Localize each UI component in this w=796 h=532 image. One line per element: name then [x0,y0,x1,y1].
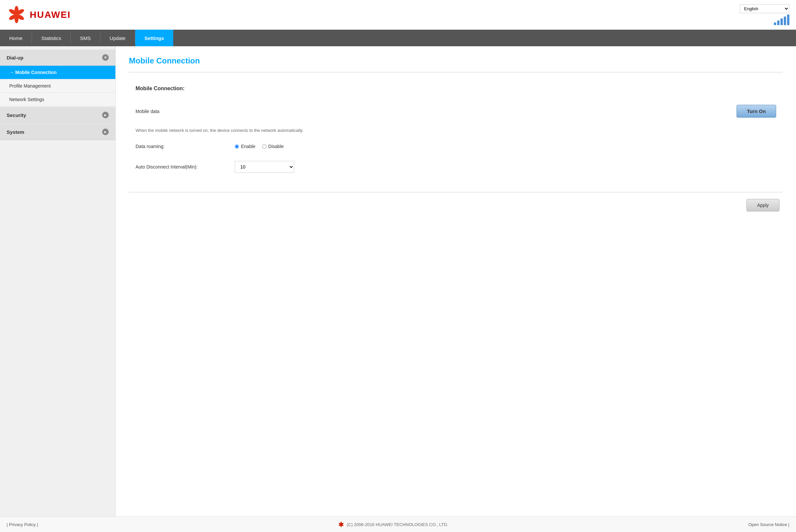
logo-area: HUAWEI [6,6,71,24]
header-right: English 中文 Français Deutsch Español [740,4,790,25]
apply-button[interactable]: Apply [746,199,779,211]
main-form-area: Mobile Connection: Mobile data Turn On W… [129,82,783,185]
sidebar-section-label-dialup: Dial-up [6,55,23,60]
description-text: When the mobile network is turned on, th… [135,126,776,134]
turn-on-button[interactable]: Turn On [737,105,776,118]
sidebar-section-label-system: System [6,129,24,135]
sidebar-item-profile-management[interactable]: Profile Management [0,79,115,93]
sidebar-section-dialup: Dial-up ▼ Mobile Connection Profile Mana… [0,50,115,107]
mobile-data-label: Mobile data [135,109,159,114]
chevron-down-icon: ▼ [102,54,109,61]
nav-item-statistics[interactable]: Statistics [32,30,70,46]
signal-bar-5 [787,15,790,25]
main-nav: Home Statistics SMS Update Settings [0,30,796,46]
nav-item-settings[interactable]: Settings [135,30,173,46]
signal-bar-2 [777,20,779,25]
auto-disconnect-label: Auto Disconnect Interval(Min): [135,164,235,170]
main-layout: Dial-up ▼ Mobile Connection Profile Mana… [0,46,796,516]
sidebar: Dial-up ▼ Mobile Connection Profile Mana… [0,46,116,516]
signal-bar-1 [774,22,776,25]
section-title: Mobile Connection: [135,86,184,92]
sidebar-section-header-system[interactable]: System ► [0,124,115,140]
disable-label: Disable [269,144,284,149]
mobile-connection-header-row: Mobile Connection: [135,86,776,98]
apply-row: Apply [129,199,783,211]
logo-text: HUAWEI [30,10,71,20]
language-select[interactable]: English 中文 Français Deutsch Español [740,4,790,13]
nav-item-update[interactable]: Update [100,30,135,46]
page-title: Mobile Connection [129,56,783,65]
content-divider-top [129,72,783,72]
nav-item-sms[interactable]: SMS [71,30,100,46]
privacy-policy-link[interactable]: | Privacy Policy | [6,522,38,527]
open-source-link[interactable]: Open Source Notice | [748,522,790,527]
chevron-right-icon: ► [102,112,109,118]
sidebar-section-header-dialup[interactable]: Dial-up ▼ [0,50,115,66]
huawei-footer-icon [338,521,344,527]
bottom-divider [129,192,783,192]
copyright-text: (C) 2006-2016 HUAWEI TECHNOLOGIES CO., L… [347,522,448,527]
sidebar-section-label-security: Security [6,112,26,118]
svg-point-6 [15,13,18,16]
chevron-right-icon-system: ► [102,129,109,135]
sidebar-item-mobile-connection[interactable]: Mobile Connection [0,66,115,79]
footer-center: (C) 2006-2016 HUAWEI TECHNOLOGIES CO., L… [338,521,448,527]
radio-enable-label[interactable]: Enable [235,144,256,149]
footer: | Privacy Policy | (C) 2006-2016 HUAWEI … [0,516,796,532]
mobile-data-row: Mobile data Turn On [135,101,776,121]
sidebar-section-header-security[interactable]: Security ► [0,107,115,123]
header: HUAWEI English 中文 Français Deutsch Españ… [0,0,796,30]
nav-item-home[interactable]: Home [0,30,32,46]
auto-disconnect-select[interactable]: Never 5 10 20 30 60 [235,161,294,173]
enable-label: Enable [241,144,256,149]
signal-bar-3 [780,19,783,25]
huawei-logo-icon [6,6,26,24]
signal-bars [774,16,790,25]
radio-disable-label[interactable]: Disable [262,144,284,149]
sidebar-section-system: System ► [0,124,115,140]
data-roaming-row: Data roaming: Enable Disable [135,141,776,152]
content-area: Mobile Connection Mobile Connection: Mob… [116,46,796,516]
sidebar-section-security: Security ► [0,107,115,123]
auto-disconnect-row: Auto Disconnect Interval(Min): Never 5 1… [135,158,776,175]
data-roaming-label: Data roaming: [135,144,235,149]
radio-enable[interactable] [235,145,239,149]
radio-disable[interactable] [262,145,266,149]
signal-bar-4 [784,17,786,25]
data-roaming-radio-group: Enable Disable [235,144,284,149]
sidebar-item-network-settings[interactable]: Network Settings [0,93,115,107]
